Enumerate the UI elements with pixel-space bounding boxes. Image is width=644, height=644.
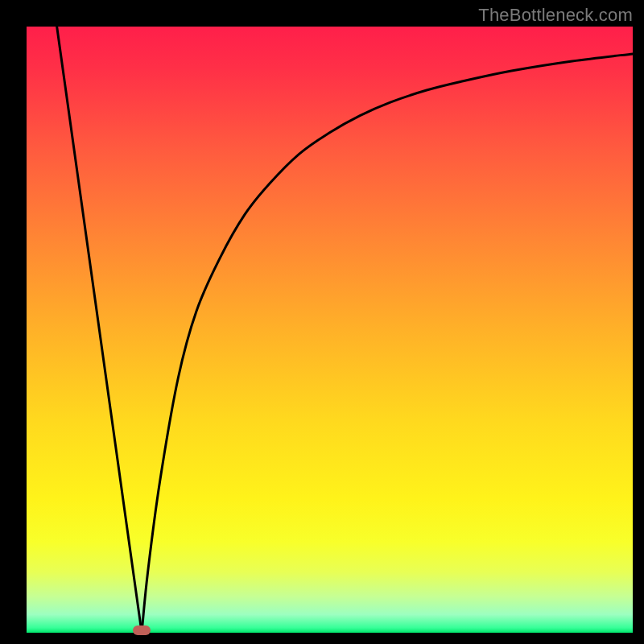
chart-frame: TheBottleneck.com <box>0 0 644 644</box>
curve-svg <box>27 27 633 633</box>
watermark-text: TheBottleneck.com <box>478 5 633 26</box>
plot-area <box>27 27 633 633</box>
curve-right-branch <box>142 54 633 633</box>
min-marker <box>133 625 151 634</box>
curve-left-branch <box>57 27 142 633</box>
